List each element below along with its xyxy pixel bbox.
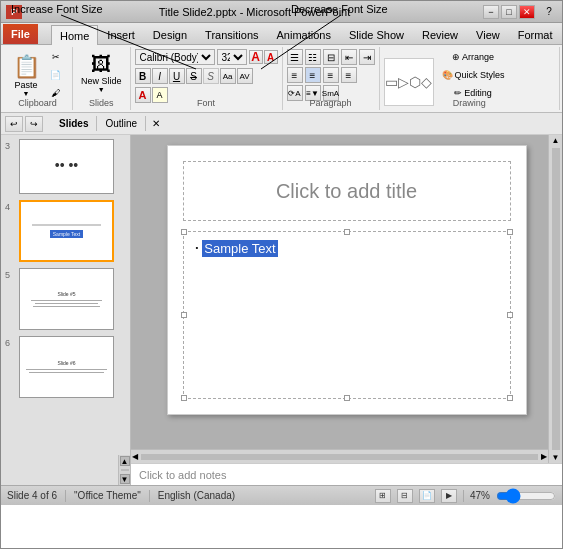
paste-label: Paste bbox=[14, 80, 37, 90]
clear-btn[interactable]: Aa bbox=[220, 68, 236, 84]
slide-4-sample: Sample Text bbox=[50, 230, 83, 238]
slide-item-3[interactable]: 3 •• •• bbox=[5, 139, 126, 194]
bold-btn[interactable]: B bbox=[135, 68, 151, 84]
slide-list: 3 •• •• 4 Sample Text bbox=[1, 135, 130, 455]
quick-styles-button[interactable]: 🎨 Quick Styles bbox=[438, 67, 509, 83]
decrease-font-btn[interactable]: A bbox=[264, 50, 278, 64]
maximize-btn[interactable]: □ bbox=[501, 5, 517, 19]
align-right-btn[interactable]: ≡ bbox=[323, 67, 339, 83]
strikethrough-btn[interactable]: S bbox=[186, 68, 202, 84]
increase-font-btn[interactable]: A bbox=[249, 50, 263, 64]
notes-area[interactable]: Click to add notes bbox=[131, 463, 562, 485]
arrange-icon: ⊕ bbox=[452, 52, 460, 62]
scroll-h-left[interactable]: ◀ bbox=[132, 452, 138, 461]
tab-review[interactable]: Review bbox=[413, 24, 467, 44]
slide-thumb-6-content: Slide #6 bbox=[20, 337, 113, 397]
slide-canvas[interactable]: Click to add title • Sample bbox=[167, 145, 527, 415]
slide-sorter-btn[interactable]: ⊟ bbox=[397, 489, 413, 503]
paragraph-label: Paragraph bbox=[283, 98, 379, 108]
minimize-btn[interactable]: − bbox=[483, 5, 499, 19]
justify-btn[interactable]: ≡ bbox=[341, 67, 357, 83]
undo-view-btn[interactable]: ↩ bbox=[5, 116, 23, 132]
para-row-2: ≡ ≡ ≡ ≡ bbox=[287, 67, 375, 83]
slide-thumb-3: •• •• bbox=[19, 139, 114, 194]
handle-bm[interactable] bbox=[344, 395, 350, 401]
zoom-slider[interactable] bbox=[496, 492, 556, 500]
paste-button[interactable]: 📋 Paste ▼ bbox=[9, 51, 44, 100]
font-name-select[interactable]: Calibri (Body) bbox=[135, 49, 215, 65]
handle-tl[interactable] bbox=[181, 229, 187, 235]
col-btn[interactable]: ⊟ bbox=[323, 49, 339, 65]
handle-bl[interactable] bbox=[181, 395, 187, 401]
sample-text[interactable]: Sample Text bbox=[202, 240, 277, 257]
align-center-btn[interactable]: ≡ bbox=[305, 67, 321, 83]
italic-btn[interactable]: I bbox=[152, 68, 168, 84]
tab-design[interactable]: Design bbox=[144, 24, 196, 44]
slide-item-4[interactable]: 4 Sample Text bbox=[5, 200, 126, 262]
tab-insert[interactable]: Insert bbox=[98, 24, 144, 44]
slide-5-line2 bbox=[35, 303, 97, 304]
editing-label: Editing bbox=[464, 88, 492, 98]
slide-item-5[interactable]: 5 Slide #5 bbox=[5, 268, 126, 330]
redo-view-btn[interactable]: ↪ bbox=[25, 116, 43, 132]
paragraph-content: ☰ ☷ ⊟ ⇤ ⇥ ≡ ≡ ≡ ≡ ⟳A ≡▼ bbox=[287, 49, 375, 128]
window-title: Title Slide2.pptx - Microsoft PowerPoint bbox=[26, 6, 483, 18]
shadow-btn[interactable]: S bbox=[203, 68, 219, 84]
scroll-v-up[interactable]: ▲ bbox=[552, 136, 560, 145]
tab-format[interactable]: Format bbox=[509, 24, 562, 44]
copy-button[interactable]: 📄 bbox=[45, 67, 67, 83]
font-row-2: B I U S S Aa AV bbox=[135, 68, 278, 84]
handle-ml[interactable] bbox=[181, 312, 187, 318]
font-content: Calibri (Body) 32 A A B I U bbox=[135, 49, 278, 130]
scroll-v-down[interactable]: ▼ bbox=[552, 453, 560, 462]
tab-home[interactable]: Home bbox=[51, 25, 98, 45]
spacing-btn[interactable]: AV bbox=[237, 68, 253, 84]
close-btn[interactable]: ✕ bbox=[519, 5, 535, 19]
arrange-button[interactable]: ⊕ Arrange bbox=[438, 49, 509, 65]
slide-thumb-4: Sample Text bbox=[19, 200, 114, 262]
cut-button[interactable]: ✂ bbox=[45, 49, 67, 65]
normal-view-btn[interactable]: ⊞ bbox=[375, 489, 391, 503]
tab-view[interactable]: View bbox=[467, 24, 509, 44]
new-slide-icon: 🖼 bbox=[91, 53, 111, 76]
status-divider-2 bbox=[149, 490, 150, 502]
help-btn[interactable]: ? bbox=[541, 5, 557, 19]
tab-slide-show[interactable]: Slide Show bbox=[340, 24, 413, 44]
font-row-1: Calibri (Body) 32 A A bbox=[135, 49, 278, 65]
align-left-btn[interactable]: ≡ bbox=[287, 67, 303, 83]
handle-tr[interactable] bbox=[507, 229, 513, 235]
indent-decrease-btn[interactable]: ⇤ bbox=[341, 49, 357, 65]
scroll-h-right[interactable]: ▶ bbox=[541, 452, 547, 461]
bullets-btn[interactable]: ☰ bbox=[287, 49, 303, 65]
handle-br[interactable] bbox=[507, 395, 513, 401]
panel-scrollbar[interactable]: ▲ ▼ bbox=[118, 455, 130, 485]
handle-tm[interactable] bbox=[344, 229, 350, 235]
new-slide-button[interactable]: 🖼 New Slide ▼ bbox=[77, 50, 126, 96]
ribbon-group-slides: 🖼 New Slide ▼ Slides bbox=[73, 47, 131, 110]
scroll-up-btn[interactable]: ▲ bbox=[120, 456, 130, 466]
tab-animations[interactable]: Animations bbox=[268, 24, 340, 44]
slide-item-6[interactable]: 6 Slide #6 bbox=[5, 336, 126, 398]
indent-increase-btn[interactable]: ⇥ bbox=[359, 49, 375, 65]
handle-mr[interactable] bbox=[507, 312, 513, 318]
slide-number-3: 3 bbox=[5, 141, 17, 151]
underline-btn[interactable]: U bbox=[169, 68, 185, 84]
copy-icon: 📄 bbox=[50, 70, 61, 80]
numbering-btn[interactable]: ☷ bbox=[305, 49, 321, 65]
slide-3-dots: •• •• bbox=[55, 157, 79, 173]
slide-title-box[interactable]: Click to add title bbox=[183, 161, 511, 221]
font-size-select[interactable]: 32 bbox=[217, 49, 247, 65]
language-info: English (Canada) bbox=[158, 490, 235, 501]
tab-transitions[interactable]: Transitions bbox=[196, 24, 267, 44]
slides-panel-tab[interactable]: Slides bbox=[51, 116, 97, 131]
main-content: 3 •• •• 4 Sample Text bbox=[1, 135, 562, 485]
slideshow-btn[interactable]: ▶ bbox=[441, 489, 457, 503]
reading-view-btn[interactable]: 📄 bbox=[419, 489, 435, 503]
paste-icon: 📋 bbox=[13, 54, 40, 80]
scroll-down-btn[interactable]: ▼ bbox=[120, 474, 130, 484]
tab-file[interactable]: File bbox=[3, 24, 38, 44]
ribbon-group-drawing: ▭▷⬡◇ ⊕ Arrange 🎨 Quick Styles ✏ Editing bbox=[380, 47, 560, 110]
slide-content-box[interactable]: • Sample Text bbox=[183, 231, 511, 399]
drawing-content: ▭▷⬡◇ ⊕ Arrange 🎨 Quick Styles ✏ Editing bbox=[384, 49, 555, 127]
slide-5-line3 bbox=[33, 306, 100, 307]
